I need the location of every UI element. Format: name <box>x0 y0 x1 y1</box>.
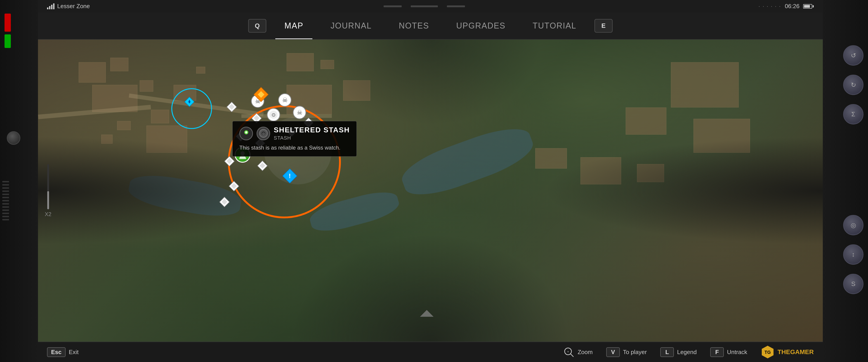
v-key[interactable]: V <box>606 347 620 357</box>
nav-tabs: Q Map Journal Notes Upgrades Tutorial E <box>38 12 823 39</box>
right-button-5[interactable]: ↕ <box>843 244 864 265</box>
building-4 <box>140 80 153 92</box>
exit-action[interactable]: Esc Exit <box>47 347 79 357</box>
right-panel: ↺ ↻ Σ ◎ ↕ S <box>823 0 868 362</box>
tooltip-stash-icon: ⊙ <box>256 127 270 140</box>
marker-blue-info[interactable]: ! <box>283 169 297 183</box>
thegamer-hex-icon: TG <box>761 345 774 359</box>
marker-skull-2[interactable]: ☠ <box>278 93 292 108</box>
bottom-bar: Esc Exit + Zoom V To player L Legend F U… <box>38 342 823 362</box>
battery-icon <box>803 4 814 8</box>
center-bar <box>383 5 465 7</box>
right-buttons-lower: ◎ ↕ S <box>843 215 864 294</box>
building-10 <box>151 110 169 123</box>
building-19 <box>581 157 621 185</box>
signal-zone: Lesser Zone <box>47 3 90 10</box>
svg-text:☠: ☠ <box>282 96 288 104</box>
svg-text:⊙: ⊙ <box>272 112 276 118</box>
center-bar-item-2 <box>411 5 438 7</box>
svg-text:⊙: ⊙ <box>262 132 265 136</box>
thegamer-logo: TG THEGAMER <box>761 345 814 359</box>
indicator-red <box>4 13 11 32</box>
tab-map[interactable]: Map <box>271 12 317 39</box>
svg-line-43 <box>570 354 574 357</box>
building-12 <box>101 135 113 144</box>
marker-9[interactable] <box>256 160 269 172</box>
legend-label: Legend <box>677 349 697 356</box>
indicator-green <box>4 34 11 48</box>
right-button-4[interactable]: ◎ <box>843 215 864 235</box>
building-2 <box>110 58 128 71</box>
time-battery: · · · · · · 06:26 <box>758 3 814 10</box>
marker-10[interactable] <box>228 180 240 192</box>
to-player-action[interactable]: V To player <box>606 347 647 357</box>
svg-text:!: ! <box>289 172 291 179</box>
building-5 <box>196 67 205 74</box>
building-7 <box>320 60 334 69</box>
tab-notes[interactable]: Notes <box>385 12 442 39</box>
marker-scroll-hint[interactable] <box>418 309 436 318</box>
tab-upgrades[interactable]: Upgrades <box>442 12 519 39</box>
marker-1[interactable] <box>225 101 238 113</box>
signal-bars <box>47 3 55 9</box>
right-buttons-upper: ↺ ↻ Σ <box>843 45 864 124</box>
marker-stash[interactable]: ⊙ <box>266 108 281 122</box>
building-6 <box>287 53 314 71</box>
right-button-2[interactable]: ↻ <box>843 75 864 95</box>
battery-fill <box>804 5 810 8</box>
map-area[interactable]: ⊙ ☠ ☠ ☠ <box>38 39 823 342</box>
zoom-indicator: X2 <box>45 164 51 217</box>
right-button-3[interactable]: Σ <box>843 104 864 124</box>
left-stripes <box>2 181 9 226</box>
left-panel <box>0 0 38 362</box>
zoom-action: + Zoom <box>563 346 592 358</box>
svg-text:TG: TG <box>765 350 771 355</box>
dots-indicator: · · · · · · <box>758 3 781 9</box>
f-key[interactable]: F <box>710 347 724 357</box>
tooltip-header: ⊙ SHELTERED STASH STASH <box>239 126 350 141</box>
svg-point-38 <box>245 132 247 134</box>
tooltip-title: SHELTERED STASH <box>274 126 350 134</box>
marker-11[interactable] <box>218 196 231 208</box>
left-knob[interactable] <box>7 131 20 145</box>
center-bar-item-1 <box>383 5 402 7</box>
svg-text:☠: ☠ <box>297 109 303 116</box>
marker-orange-quest[interactable] <box>254 87 269 102</box>
building-20 <box>637 164 664 182</box>
center-bar-item-3 <box>447 5 465 7</box>
tab-tutorial[interactable]: Tutorial <box>519 12 590 39</box>
left-indicators <box>4 13 11 48</box>
building-14 <box>343 80 370 101</box>
zone-label: Lesser Zone <box>57 3 90 10</box>
untrack-action[interactable]: F Untrack <box>710 347 747 357</box>
thegamer-text: THEGAMER <box>778 349 814 356</box>
battery-body <box>803 4 812 8</box>
legend-action[interactable]: L Legend <box>660 347 697 357</box>
exit-label: Exit <box>69 349 79 356</box>
map-tooltip: ⊙ SHELTERED STASH STASH This stash is as… <box>232 121 357 157</box>
marker-8[interactable] <box>223 155 236 167</box>
svg-marker-36 <box>420 310 434 317</box>
cyan-diamond-marker[interactable] <box>183 95 196 109</box>
key-e-button[interactable]: E <box>594 19 613 33</box>
tooltip-description: This stash is as reliable as a Swiss wat… <box>239 144 350 152</box>
right-button-6[interactable]: S <box>843 274 864 294</box>
tooltip-icon <box>239 127 253 140</box>
esc-key[interactable]: Esc <box>47 347 66 357</box>
time-display: 06:26 <box>785 3 800 10</box>
battery-tip <box>813 5 814 7</box>
tooltip-title-area: SHELTERED STASH STASH <box>274 126 350 141</box>
zoom-bar <box>47 164 49 209</box>
tab-journal[interactable]: Journal <box>317 12 385 39</box>
status-bar: Lesser Zone · · · · · · 06:26 <box>38 0 823 12</box>
signal-bar-3 <box>51 5 53 9</box>
l-key[interactable]: L <box>660 347 674 357</box>
untrack-label: Untrack <box>727 349 747 356</box>
building-15 <box>671 62 739 108</box>
signal-bar-4 <box>53 3 55 9</box>
zoom-bar-fill <box>47 191 49 209</box>
right-button-1[interactable]: ↺ <box>843 45 864 65</box>
building-16 <box>626 108 666 135</box>
tooltip-subtitle: STASH <box>274 135 350 141</box>
key-q-button[interactable]: Q <box>248 19 266 33</box>
